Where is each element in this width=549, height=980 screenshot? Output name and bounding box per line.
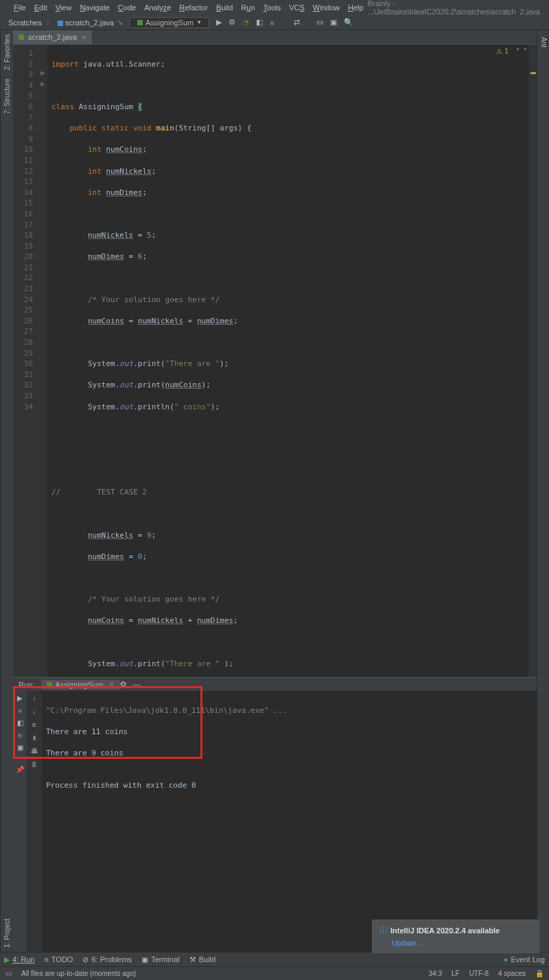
menu-navigate[interactable]: Navigate — [75, 2, 113, 13]
popup-title: IntelliJ IDEA 2020.2.4 available — [390, 926, 500, 935]
eventlog-tab[interactable]: ● Event Log — [504, 955, 545, 964]
profile-button[interactable]: ◧ — [256, 18, 263, 27]
inspection-badge[interactable]: ⚠ 1 ˄ ˅ — [496, 47, 527, 55]
up-icon[interactable]: ↑ — [30, 694, 39, 704]
nav-bar: Scratches 〉 scratch_2.java ↘ AssigningSu… — [0, 15, 549, 30]
menu-refactor[interactable]: Refactor — [175, 2, 212, 13]
left-tool-strip: 1: Project 7: Structure 2: Favorites — [0, 30, 13, 952]
print-icon[interactable]: 🖶 — [30, 747, 39, 756]
bottom-tool-tabs: ▶ 4: Run ≡ TODO ⊘ 6: Problems ▣ Terminal… — [0, 952, 549, 966]
menu-run[interactable]: Run — [237, 2, 259, 13]
favorites-tool-tab[interactable]: 2: Favorites — [2, 30, 12, 74]
run-label: Run: — [19, 681, 34, 689]
java-file-icon — [19, 34, 24, 40]
warning-mark[interactable] — [530, 72, 536, 74]
run-toolbar: ▶ ■ ◧ ⎋ ▣ 📌 — [13, 691, 27, 952]
menu-tools[interactable]: Tools — [259, 2, 285, 13]
menu-bar: File Edit View Navigate Code Analyze Ref… — [0, 0, 549, 15]
run-config-selector[interactable]: AssigningSum ▼ — [130, 17, 209, 28]
build-tab[interactable]: ⚒ Build — [189, 955, 215, 964]
layout-icon[interactable]: ▣ — [16, 744, 24, 752]
class-icon — [137, 20, 143, 25]
code-content[interactable]: import java.util.Scanner; class Assignin… — [47, 45, 528, 677]
menu-help[interactable]: Help — [344, 2, 368, 13]
tab-close-icon[interactable]: ✕ — [81, 34, 86, 41]
ant-tool-tab[interactable]: Ant — [537, 33, 549, 52]
indent[interactable]: 4 spaces — [498, 970, 526, 977]
menu-window[interactable]: Window — [309, 2, 344, 13]
scroll-icon[interactable]: ⇟ — [30, 733, 39, 743]
run-tab-bottom[interactable]: ▶ 4: Run — [4, 955, 34, 964]
build-icon[interactable]: ↘ — [117, 18, 123, 27]
ide-errors-icon[interactable]: ▭ — [316, 18, 323, 27]
run-tab[interactable]: AssigningSum✕ — [41, 680, 119, 690]
stop-button[interactable]: ■ — [270, 19, 274, 27]
java-file-icon — [58, 21, 63, 26]
todo-tab[interactable]: ≡ TODO — [44, 955, 73, 964]
wrap-icon[interactable]: ≡ — [30, 720, 39, 730]
breadcrumb-file[interactable]: scratch_2.java — [55, 19, 117, 27]
status-bar: ▭ All files are up-to-date (moments ago)… — [0, 966, 549, 980]
layout-icon[interactable]: ▣ — [330, 18, 337, 27]
menu-file[interactable]: File — [10, 2, 30, 13]
stop-icon[interactable]: ■ — [16, 707, 24, 715]
console-toolbar: ↑ ↓ ≡ ⇟ 🖶 🗑 — [27, 691, 42, 952]
class-icon — [47, 682, 52, 687]
structure-tool-tab[interactable]: 7: Structure — [2, 74, 12, 118]
dump-icon[interactable]: ◧ — [16, 719, 24, 727]
caret-position[interactable]: 34:3 — [428, 970, 441, 977]
menu-build[interactable]: Build — [212, 2, 237, 13]
debug-button[interactable]: ⚙ — [229, 18, 235, 27]
rerun-icon[interactable]: ▶ — [16, 694, 24, 703]
info-icon: ⓘ — [379, 926, 387, 935]
down-icon[interactable]: ↓ — [30, 707, 39, 717]
line-number-gutter: 1234567891011121314151617181920212223242… — [13, 45, 38, 677]
exit-icon[interactable]: ⎋ — [16, 731, 24, 740]
git-update-icon[interactable]: ⇄ — [294, 18, 300, 27]
coverage-button[interactable]: ◔ — [242, 18, 249, 27]
clear-icon[interactable]: 🗑 — [30, 760, 39, 769]
editor-tab[interactable]: scratch_2.java ✕ — [13, 30, 92, 44]
run-header: Run: AssigningSum✕ ✿ — — [13, 678, 537, 691]
menu-analyze[interactable]: Analyze — [140, 2, 175, 13]
fold-gutter: ▶▶ — [38, 45, 47, 677]
run-tool-window: Run: AssigningSum✕ ✿ — ▶ ■ ◧ ⎋ ▣ 📌 — [13, 677, 537, 952]
error-stripe[interactable]: ⚠ 1 ˄ ˅ — [528, 45, 537, 677]
editor-tabs: scratch_2.java ✕ — [13, 30, 537, 45]
status-message: All files are up-to-date (moments ago) — [21, 970, 136, 977]
breadcrumb-root[interactable]: Scratches — [5, 19, 45, 27]
hide-icon[interactable]: — — [133, 680, 141, 689]
update-popup[interactable]: ⓘIntelliJ IDEA 2020.2.4 available Update… — [372, 920, 539, 953]
breadcrumb-sep: 〉 — [45, 17, 55, 27]
editor[interactable]: 1234567891011121314151617181920212223242… — [13, 45, 537, 677]
console-output[interactable]: "C:\Program Files\Java\jdk1.8.0_111\bin\… — [42, 691, 537, 952]
project-tool-tab[interactable]: 1: Project — [2, 915, 12, 952]
readonly-icon[interactable]: 🔒 — [535, 970, 544, 977]
search-everywhere-icon[interactable]: 🔍 — [344, 18, 353, 27]
update-link[interactable]: Update... — [392, 939, 423, 947]
problems-tab[interactable]: ⊘ 6: Problems — [82, 955, 132, 964]
run-button[interactable]: ▶ — [216, 18, 222, 27]
terminal-tab[interactable]: ▣ Terminal — [141, 955, 180, 964]
pin-icon[interactable]: 📌 — [16, 766, 24, 774]
menu-view[interactable]: View — [51, 2, 76, 13]
encoding[interactable]: UTF-8 — [469, 970, 489, 977]
right-tool-strip: Ant — [537, 30, 549, 952]
line-separator[interactable]: LF — [452, 970, 460, 977]
menu-edit[interactable]: Edit — [30, 2, 51, 13]
settings-icon[interactable]: ✿ — [120, 680, 126, 689]
menu-vcs[interactable]: VCS — [285, 2, 309, 13]
tab-label: scratch_2.java — [28, 33, 77, 41]
status-icon[interactable]: ▭ — [5, 970, 12, 977]
run-tab-close-icon[interactable]: ✕ — [109, 681, 115, 688]
menu-code[interactable]: Code — [114, 2, 140, 13]
window-title: Brainly - ...\JetBrains\IdeaIC2020.2\scr… — [368, 0, 540, 16]
